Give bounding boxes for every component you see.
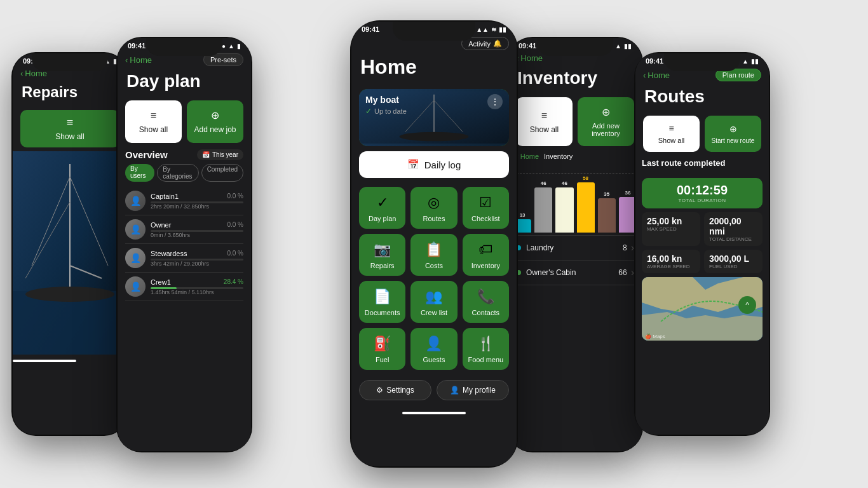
filter-by-categories[interactable]: By categories bbox=[157, 164, 198, 182]
menu-documents[interactable]: 📄 Documents bbox=[359, 281, 405, 323]
inventory-icon: 🏷 bbox=[478, 241, 492, 258]
avatar-stewardess: 👤 bbox=[125, 248, 146, 268]
dayplan-icon: ✓ bbox=[377, 194, 388, 211]
inventory-show-all-btn[interactable]: ≡ Show all bbox=[516, 97, 573, 146]
filter-completed[interactable]: Completed bbox=[201, 164, 243, 182]
menu-day-plan[interactable]: ✓ Day plan bbox=[359, 187, 405, 229]
stat-total-distance-val: 2000,00 nmi bbox=[709, 216, 757, 236]
routes-label: Routes bbox=[423, 215, 445, 222]
menu-guests[interactable]: 👤 Guests bbox=[410, 328, 457, 370]
phone-repairs: 09:41 ●●● ▲ ▮ ‹ Home Repairs ≡ S bbox=[13, 53, 127, 435]
add-new-job-btn[interactable]: ⊕ Add new job bbox=[187, 100, 243, 143]
wifi-icon-2: ▲ bbox=[228, 43, 234, 50]
time-5: 09:41 bbox=[646, 57, 663, 65]
inv-count-laundry: 8 bbox=[623, 243, 627, 252]
add-inventory-btn[interactable]: ⊕ Add new inventory bbox=[578, 97, 634, 146]
wifi-icon-4: ▲ bbox=[615, 43, 621, 50]
dayplan-show-all-btn[interactable]: ≡ Show all bbox=[125, 100, 182, 143]
phone-dayplan: 09:41 ●●● ▲ ▮ ‹ Home Pre-sets Day plan bbox=[118, 38, 251, 451]
route-duration-label: TOTAL DURATION bbox=[648, 198, 756, 203]
battery-icon-3: ▮▮ bbox=[499, 26, 506, 33]
fuel-icon: ⛽ bbox=[374, 336, 391, 352]
menu-routes[interactable]: ◎ Routes bbox=[410, 187, 457, 229]
filter-by-users[interactable]: By users bbox=[125, 164, 154, 182]
menu-checklist[interactable]: ☑ Checklist bbox=[463, 187, 509, 229]
start-route-btn[interactable]: ⊕ Start new route bbox=[705, 116, 761, 152]
inv-dot-owners-cabin bbox=[516, 270, 521, 275]
phone-home: 09:41 ▲▲▲ ≋ ▮▮ Activity 🔔 Home bbox=[351, 22, 517, 466]
menu-fuel[interactable]: ⛽ Fuel bbox=[359, 328, 405, 370]
list-icon-repairs: ≡ bbox=[67, 116, 74, 130]
nav-back-4[interactable]: ‹ Home bbox=[516, 53, 543, 63]
nav-back-2[interactable]: ‹ Home bbox=[125, 55, 152, 65]
dayplan-overview: Overview 📅 This year By users By categor… bbox=[118, 147, 251, 304]
menu-contacts[interactable]: 📞 Contacts bbox=[463, 281, 509, 323]
phone-inventory-screen: 09:41 ●●● ▲ ▮▮ ‹ Home Inventory bbox=[508, 38, 642, 451]
crew-row-crew1: 👤 Crew1 28.4 % 1.45hrs 54min / 5.110hrs bbox=[125, 273, 243, 301]
crew-pct-stewardess: 0.0 % bbox=[227, 250, 243, 257]
menu-food-menu[interactable]: 🍴 Food menu bbox=[463, 328, 509, 370]
inventory-actions: ≡ Show all ⊕ Add new inventory bbox=[508, 93, 642, 150]
list-icon-dayplan: ≡ bbox=[151, 110, 156, 121]
settings-btn[interactable]: ⚙ Settings bbox=[359, 380, 431, 400]
notch-4 bbox=[537, 38, 613, 56]
my-profile-btn[interactable]: 👤 My profile bbox=[437, 380, 509, 400]
menu-repairs[interactable]: 📷 Repairs bbox=[359, 234, 405, 276]
menu-inventory[interactable]: 🏷 Inventory bbox=[463, 234, 509, 276]
crew-hours-crew1: 1.45hrs 54min / 5.110hrs bbox=[151, 289, 243, 295]
menu-crew-list[interactable]: 👥 Crew list bbox=[410, 281, 457, 323]
bar-purple: 36 bbox=[619, 175, 637, 233]
costs-label: Costs bbox=[425, 262, 443, 269]
routes-show-all-btn[interactable]: ≡ Show all bbox=[643, 116, 700, 152]
time-3: 09:41 bbox=[362, 25, 379, 33]
menu-costs[interactable]: 📋 Costs bbox=[410, 234, 457, 276]
dayplan-label: Day plan bbox=[369, 215, 396, 222]
chevron-left-icon-2: ‹ bbox=[125, 55, 128, 65]
wifi-icon-3: ≋ bbox=[491, 26, 496, 33]
avatar-owner: 👤 bbox=[125, 219, 146, 240]
crew-pct-owner: 0.0 % bbox=[227, 221, 243, 229]
inventory-list: Laundry 8 › Owner's Cabin 66 bbox=[508, 236, 642, 285]
inv-label-laundry: Laundry bbox=[526, 243, 553, 252]
notch-1 bbox=[32, 53, 108, 71]
repairs-show-all-btn[interactable]: ≡ Show all bbox=[20, 110, 119, 147]
profile-icon: 👤 bbox=[450, 386, 459, 395]
scroll-up-btn[interactable]: ^ bbox=[738, 296, 756, 314]
contacts-icon: 📞 bbox=[477, 288, 494, 305]
route-stats-grid: 25,00 kn MAX SPEED 2000,00 nmi TOTAL DIS… bbox=[642, 212, 763, 273]
crew-row-stewardess: 👤 Stewardess 0.0 % 3hrs 42min / 29.200hr… bbox=[125, 244, 243, 273]
inv-item-owners-cabin[interactable]: Owner's Cabin 66 › bbox=[508, 261, 642, 285]
daily-log-btn[interactable]: 📅 Daily log bbox=[359, 151, 509, 178]
my-boat-card[interactable]: My boat ✓ Up to date ⋮ bbox=[359, 89, 509, 146]
activity-label: Activity bbox=[468, 40, 491, 48]
phones-container: 09:41 ●●● ▲ ▮ ‹ Home Repairs ≡ S bbox=[0, 0, 868, 488]
home-title: Home bbox=[351, 53, 517, 84]
plus-icon-inventory: ⊕ bbox=[602, 106, 610, 118]
date-filter[interactable]: 📅 This year bbox=[197, 149, 243, 160]
routes-title: Routes bbox=[635, 84, 769, 112]
checklist-label: Checklist bbox=[471, 215, 500, 222]
boat-card-title: My boat bbox=[365, 94, 399, 105]
list-icon-inventory: ≡ bbox=[541, 110, 547, 121]
time-2: 09:41 bbox=[128, 42, 146, 50]
phone-routes-screen: 09:41 ●●● ▲ ▮▮ ‹ Home Plan route bbox=[635, 53, 769, 435]
plus-icon-dayplan: ⊕ bbox=[211, 109, 219, 121]
svg-point-7 bbox=[25, 287, 114, 302]
stat-fuel-used-val: 3000,00 L bbox=[709, 254, 757, 264]
inventory-chart: 13 46 46 bbox=[508, 163, 642, 235]
foodmenu-label: Food menu bbox=[468, 356, 504, 363]
routes-actions: ≡ Show all ⊕ Start new route bbox=[635, 112, 769, 156]
fuel-label: Fuel bbox=[376, 356, 389, 363]
nav-back-5[interactable]: ‹ Home bbox=[643, 71, 670, 80]
more-options-btn[interactable]: ⋮ bbox=[487, 94, 503, 109]
inv-count-owners-cabin: 66 bbox=[618, 268, 627, 277]
notch-5 bbox=[664, 53, 740, 71]
inv-item-laundry[interactable]: Laundry 8 › bbox=[508, 236, 642, 261]
crew-list: 👤 Captain1 0.0 % 2hrs 20min / 32.850hrs bbox=[125, 187, 243, 301]
crew-name-stewardess: Stewardess bbox=[151, 250, 187, 257]
battery-icon-5: ▮▮ bbox=[751, 58, 759, 65]
crew-row-captain: 👤 Captain1 0.0 % 2hrs 20min / 32.850hrs bbox=[125, 187, 243, 215]
crew-row-owner: 👤 Owner 0.0 % 0min / 3.650hrs bbox=[125, 215, 243, 244]
bar-yellow: 58 bbox=[577, 175, 595, 233]
stat-total-distance-lbl: TOTAL DISTANCE bbox=[709, 236, 757, 242]
